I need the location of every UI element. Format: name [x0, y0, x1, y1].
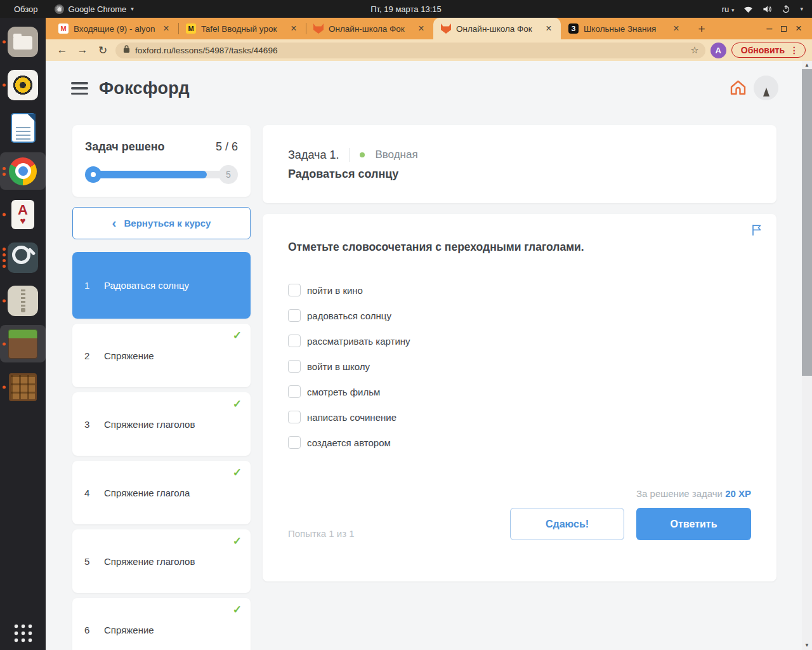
running-indicator-dots	[3, 167, 6, 176]
progress-fill	[86, 171, 207, 178]
dock-item-writer[interactable]	[0, 109, 46, 147]
tab-title: Входящие (9) - alyon	[74, 24, 155, 34]
reload-button[interactable]: ↻	[95, 44, 110, 57]
volume-icon[interactable]	[763, 5, 772, 13]
task-item-number: 6	[84, 625, 104, 635]
tab-close-icon[interactable]: ×	[160, 23, 172, 34]
task-list-item[interactable]: 1 Радоваться солнцу	[72, 252, 251, 319]
dock-item-rhythmbox[interactable]	[0, 66, 46, 103]
window-close-button[interactable]: ×	[796, 22, 802, 35]
dock-item-chrome[interactable]	[0, 152, 46, 190]
window-minimize-button[interactable]: –	[766, 25, 772, 32]
user-avatar[interactable]	[754, 76, 778, 100]
level-dot-icon	[360, 152, 365, 157]
home-icon[interactable]	[730, 79, 747, 98]
task-level-badge: Вводная	[375, 149, 417, 161]
answer-option-row[interactable]: создается автором	[288, 430, 410, 455]
tab-close-icon[interactable]: ×	[288, 23, 299, 34]
miro-favicon: M	[186, 23, 196, 34]
chrome-update-button[interactable]: Обновить ⋮	[731, 43, 806, 58]
task-item-title: Спряжение глаголов	[104, 556, 195, 567]
browser-profile-avatar[interactable]: A	[710, 43, 726, 58]
page-scrollbar[interactable]: ▲ ▼	[802, 61, 812, 650]
chevron-down-icon: ▾	[131, 6, 134, 12]
flag-icon[interactable]	[751, 224, 763, 239]
browser-tab[interactable]: M Tafel Вводный урок ×	[178, 18, 306, 39]
task-item-title: Спряжение глагола	[104, 488, 190, 498]
task-list-item[interactable]: 6 Спряжение ✓	[72, 598, 251, 650]
browser-tab[interactable]: M Входящие (9) - alyon ×	[51, 18, 178, 39]
running-indicator-dots	[3, 248, 6, 268]
active-app-menu[interactable]: Google Chrome ▾	[55, 4, 134, 14]
tab-close-icon[interactable]: ×	[416, 23, 427, 34]
task-item-number: 3	[84, 419, 104, 430]
active-app-name: Google Chrome	[69, 4, 127, 14]
attempt-counter: Попытка 1 из 1	[288, 528, 355, 539]
answer-button[interactable]: Ответить	[636, 508, 751, 540]
task-list-item[interactable]: 5 Спряжение глаголов ✓	[72, 529, 251, 593]
browser-tab[interactable]: Онлайн-школа Фок ×	[306, 18, 433, 39]
dock-item-screenshot[interactable]	[0, 239, 46, 276]
check-icon: ✓	[233, 534, 242, 548]
scroll-down-icon[interactable]: ▼	[802, 641, 812, 650]
progress-slider-knob[interactable]	[85, 166, 102, 183]
back-to-course-label: Вернуться к курсу	[124, 218, 211, 229]
back-button[interactable]: ←	[55, 44, 70, 56]
answer-option-row[interactable]: пойти в кино	[288, 277, 410, 303]
progress-count: 5 / 6	[216, 140, 238, 154]
option-checkbox[interactable]	[288, 335, 301, 347]
option-checkbox[interactable]	[288, 411, 301, 423]
tab-close-icon[interactable]: ×	[671, 23, 682, 34]
give-up-button[interactable]: Сдаюсь!	[510, 508, 624, 540]
option-checkbox[interactable]	[288, 360, 301, 373]
chevron-left-icon: ‹	[112, 216, 117, 229]
app-grid-icon	[14, 624, 32, 642]
tab-close-icon[interactable]: ×	[543, 23, 554, 34]
chevron-down-icon[interactable]: ▾	[800, 6, 803, 12]
dock-item-cards[interactable]	[0, 196, 46, 233]
new-tab-button[interactable]: +	[692, 20, 711, 39]
app-icon	[8, 113, 38, 143]
task-list-item[interactable]: 2 Спряжение ✓	[72, 324, 251, 387]
answer-option-row[interactable]: радоваться солнцу	[288, 303, 410, 328]
window-restore-button[interactable]	[781, 26, 787, 32]
dock-item-crafting[interactable]	[0, 368, 46, 406]
answer-option-row[interactable]: рассматривать картину	[288, 328, 410, 354]
forward-button[interactable]: →	[75, 44, 90, 56]
scrollbar-thumb[interactable]	[802, 69, 812, 376]
dock-item-archive[interactable]	[0, 282, 46, 319]
option-checkbox[interactable]	[288, 309, 301, 322]
answer-option-row[interactable]: войти в школу	[288, 354, 410, 379]
task-list-item[interactable]: 4 Спряжение глагола ✓	[72, 461, 251, 524]
wifi-icon[interactable]	[743, 5, 753, 13]
browser-tab[interactable]: Онлайн-школа Фок ×	[433, 18, 561, 39]
sidebar: Задач решено 5 / 6 5 ‹ Вернуться к курсу…	[72, 125, 251, 650]
progress-label: Задач решено	[85, 140, 165, 154]
dock-item-files[interactable]	[0, 23, 46, 60]
task-header-card: Задача 1. Вводная Радоваться солнцу	[263, 125, 776, 203]
task-title: Радоваться солнцу	[288, 168, 751, 181]
option-checkbox[interactable]	[288, 385, 301, 398]
dock	[0, 18, 46, 650]
answer-option-row[interactable]: смотреть фильм	[288, 379, 410, 404]
browser-tab[interactable]: З Школьные Знания ×	[561, 18, 688, 39]
site-logo[interactable]: Фоксфорд	[99, 79, 190, 98]
address-bar[interactable]: foxford.ru/lessons/54987/tasks/44696 ☆	[115, 43, 705, 58]
activities-button[interactable]: Обзор	[0, 0, 52, 18]
tab-title: Школьные Знания	[584, 24, 665, 34]
dock-item-minecraft[interactable]	[0, 325, 46, 362]
keyboard-layout-indicator[interactable]: ru ▾	[722, 4, 735, 14]
answer-option-row[interactable]: написать сочинение	[288, 404, 410, 430]
task-list-item[interactable]: 3 Спряжение глаголов ✓	[72, 392, 251, 456]
show-applications-button[interactable]	[12, 622, 34, 644]
task-item-number: 5	[84, 556, 104, 567]
power-icon[interactable]	[782, 4, 790, 13]
back-to-course-button[interactable]: ‹ Вернуться к курсу	[72, 207, 251, 239]
bookmark-star-icon[interactable]: ☆	[690, 44, 698, 56]
hamburger-menu-icon[interactable]	[71, 82, 88, 95]
option-checkbox[interactable]	[288, 436, 301, 449]
option-checkbox[interactable]	[288, 284, 301, 296]
browser-menu-icon[interactable]: ⋮	[790, 45, 801, 55]
site-header: Фоксфорд	[46, 61, 802, 124]
scroll-up-icon[interactable]: ▲	[802, 61, 812, 70]
